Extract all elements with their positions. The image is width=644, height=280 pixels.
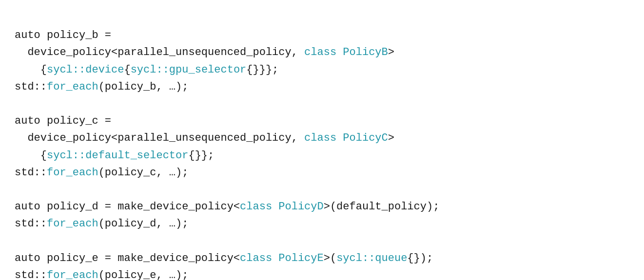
code-text: { [15, 64, 47, 76]
code-line: device_policy<parallel_unsequenced_polic… [15, 130, 629, 147]
code-line: std::for_each(policy_d, …); [15, 215, 629, 232]
code-text: auto policy_b = [15, 29, 111, 41]
code-text: auto policy_d = make_device_policy< [15, 201, 240, 213]
code-text: {}); [407, 252, 433, 264]
code-text: (policy_d, …); [98, 218, 189, 230]
code-line: auto policy_c = [15, 112, 629, 130]
code-text: sycl::device [47, 64, 124, 76]
code-text: std:: [15, 81, 47, 93]
blank-line [15, 232, 629, 249]
code-text: > [388, 46, 394, 58]
code-text: sycl::default_selector [47, 149, 188, 162]
code-text: >( [324, 252, 336, 264]
code-text: device_policy<parallel_unsequenced_polic… [15, 132, 304, 144]
code-text: {}}}; [246, 64, 278, 76]
code-text: device_policy<parallel_unsequenced_polic… [15, 46, 304, 58]
code-text: (policy_c, …); [98, 167, 189, 179]
code-text: std:: [15, 269, 47, 280]
code-text: auto policy_c = [15, 115, 111, 127]
code-text: for_each [47, 167, 98, 179]
code-text: auto policy_e = make_device_policy< [15, 252, 240, 264]
code-line: std::for_each(policy_c, …); [15, 164, 629, 181]
code-text: { [124, 64, 130, 76]
code-container: auto policy_b = device_policy<parallel_u… [15, 10, 629, 280]
code-line: std::for_each(policy_e, …); [15, 267, 629, 280]
code-line: device_policy<parallel_unsequenced_polic… [15, 44, 629, 61]
code-text: (policy_b, …); [98, 81, 189, 93]
code-text: (policy_e, …); [98, 269, 189, 280]
code-line: auto policy_d = make_device_policy<class… [15, 198, 629, 215]
code-text: sycl::gpu_selector [131, 64, 247, 76]
code-line: {sycl::device{sycl::gpu_selector{}}}; [15, 61, 629, 78]
code-text: for_each [47, 269, 98, 280]
code-line: {sycl::default_selector{}}; [15, 147, 629, 164]
code-text: {}}; [188, 149, 214, 162]
code-text: class PolicyD [240, 201, 324, 213]
code-text: std:: [15, 167, 47, 179]
code-text: class PolicyE [240, 252, 324, 264]
code-text: class PolicyC [304, 132, 388, 144]
code-text: > [388, 132, 394, 144]
code-line: std::for_each(policy_b, …); [15, 78, 629, 95]
code-line: auto policy_b = [15, 27, 629, 44]
code-text: for_each [47, 218, 98, 230]
code-text: >(default_policy); [324, 201, 440, 213]
blank-line [15, 181, 629, 198]
code-text: { [15, 149, 47, 162]
code-line: auto policy_e = make_device_policy<class… [15, 250, 629, 267]
blank-line [15, 95, 629, 112]
code-text: for_each [47, 81, 98, 93]
code-text: sycl::queue [336, 252, 407, 264]
code-text: class PolicyB [304, 46, 388, 58]
code-text: std:: [15, 218, 47, 230]
